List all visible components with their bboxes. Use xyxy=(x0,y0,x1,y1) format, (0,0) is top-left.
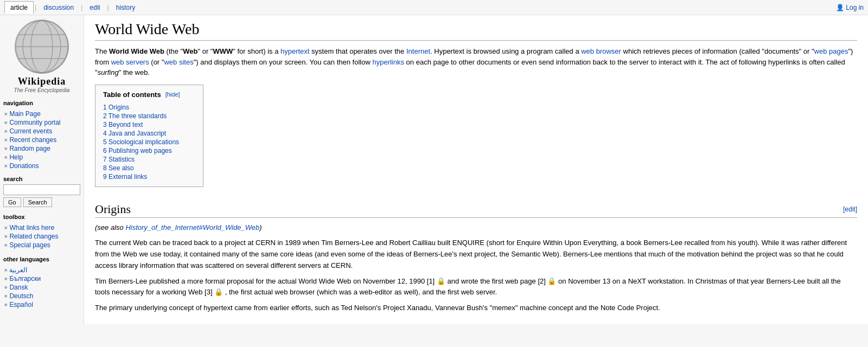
toc-link-5[interactable]: 5 Sociological implications xyxy=(103,138,179,146)
sidebar-link-recent-changes[interactable]: Recent changes xyxy=(9,136,56,144)
tab-bar: article | discussion | edit | history xyxy=(4,1,141,14)
toc-list: 1 Origins 2 The three standards 3 Beyond… xyxy=(103,103,195,181)
tab-edit[interactable]: edit xyxy=(84,1,106,14)
toc-link-6[interactable]: 6 Publishing web pages xyxy=(103,147,172,155)
sidebar-item-community[interactable]: ■ Community portal xyxy=(3,118,80,127)
toc-item-3: 3 Beyond text xyxy=(103,120,195,129)
origins-edit-link[interactable]: [edit] xyxy=(843,205,857,213)
toc-link-4[interactable]: 4 Java and Javascript xyxy=(103,130,166,137)
toc-item-1: 1 Origins xyxy=(103,103,195,112)
sidebar-link-arabic[interactable]: العربية xyxy=(9,266,27,274)
toc-link-1[interactable]: 1 Origins xyxy=(103,104,129,111)
navigation-title: navigation xyxy=(3,99,80,107)
sidebar-item-current-events[interactable]: ■ Current events xyxy=(3,127,80,136)
toc-link-7[interactable]: 7 Statistics xyxy=(103,156,135,163)
sidebar-link-bulgarian[interactable]: Български xyxy=(9,275,41,282)
sidebar-item-recent-changes[interactable]: ■ Recent changes xyxy=(3,136,80,144)
sidebar-link-random-page[interactable]: Random page xyxy=(9,145,50,152)
origins-paragraph-3: The primary underlying concept of hypert… xyxy=(95,303,857,314)
table-of-contents: Table of contents [hide] 1 Origins 2 The… xyxy=(95,85,203,187)
sidebar-link-what-links[interactable]: What links here xyxy=(9,224,54,232)
link-web-servers[interactable]: web servers xyxy=(111,58,149,66)
toolbox-title: toolbox xyxy=(3,213,80,221)
toc-item-6: 6 Publishing web pages xyxy=(103,146,195,155)
sidebar-link-current-events[interactable]: Current events xyxy=(9,127,52,135)
sidebar-item-random-page[interactable]: ■ Random page xyxy=(3,144,80,153)
toc-title: Table of contents xyxy=(103,91,161,99)
other-languages-section: other languages ■ العربية ■ Български ■ … xyxy=(3,255,80,309)
origins-heading: Origins [edit] xyxy=(95,202,857,218)
origins-paragraph-1: The current Web can be traced back to a … xyxy=(95,237,857,271)
search-section: search Go Search xyxy=(3,176,80,207)
link-web-sites[interactable]: web sites xyxy=(164,58,193,66)
sidebar-item-spanish[interactable]: ■ Español xyxy=(3,300,80,309)
sidebar-link-german[interactable]: Deutsch xyxy=(9,292,33,300)
toc-item-4: 4 Java and Javascript xyxy=(103,129,195,138)
toc-link-2[interactable]: 2 The three standards xyxy=(103,112,167,120)
link-hyperlinks[interactable]: hyperlinks xyxy=(372,58,404,66)
sidebar-item-related-changes[interactable]: ■ Related changes xyxy=(3,232,80,241)
sidebar-item-danish[interactable]: ■ Dansk xyxy=(3,283,80,292)
origins-paragraph-2: Tim Berners-Lee published a more formal … xyxy=(95,276,857,299)
sidebar-link-special-pages[interactable]: Special pages xyxy=(9,241,50,249)
article-intro: The World Wide Web (the "Web" or "WWW" f… xyxy=(95,46,857,78)
sidebar-link-related-changes[interactable]: Related changes xyxy=(9,233,58,240)
link-internet[interactable]: Internet xyxy=(406,47,430,55)
sidebar-item-help[interactable]: ■ Help xyxy=(3,153,80,162)
toc-item-8: 8 See also xyxy=(103,164,195,172)
toc-link-3[interactable]: 3 Beyond text xyxy=(103,121,143,128)
other-languages-title: other languages xyxy=(3,255,80,264)
link-web-pages[interactable]: web pages xyxy=(814,47,848,55)
toc-item-9: 9 External links xyxy=(103,172,195,181)
search-button[interactable]: Search xyxy=(23,197,52,207)
toc-item-5: 5 Sociological implications xyxy=(103,138,195,146)
sidebar-link-danish[interactable]: Dansk xyxy=(9,284,28,291)
navigation-section: navigation ■ Main Page ■ Community porta… xyxy=(3,99,80,170)
toc-hide-button[interactable]: [hide] xyxy=(165,91,180,98)
toc-link-8[interactable]: 8 See also xyxy=(103,164,134,172)
wiki-logo-sub: The Free Encyclopedia xyxy=(14,87,70,93)
sidebar-item-main-page[interactable]: ■ Main Page xyxy=(3,110,80,118)
sidebar-link-main-page[interactable]: Main Page xyxy=(9,110,40,118)
search-input[interactable] xyxy=(3,184,80,195)
page-title: World Wide Web xyxy=(95,21,857,41)
sidebar-item-donations[interactable]: ■ Donations xyxy=(3,162,80,170)
login-button[interactable]: 👤 Log in xyxy=(836,4,864,11)
sidebar-link-spanish[interactable]: Español xyxy=(9,301,33,309)
tab-history[interactable]: history xyxy=(110,1,141,14)
sidebar-link-help[interactable]: Help xyxy=(9,153,23,161)
origins-see-also: (see also History_of_the_Internet#World_… xyxy=(95,222,857,234)
search-label: search xyxy=(3,176,80,182)
toolbox-section: toolbox ■ What links here ■ Related chan… xyxy=(3,213,80,249)
link-hypertext[interactable]: hypertext xyxy=(280,47,309,55)
go-button[interactable]: Go xyxy=(3,197,21,207)
logo: Wikipedia The Free Encyclopedia xyxy=(3,20,80,93)
tab-article[interactable]: article xyxy=(4,1,34,14)
sidebar-item-arabic[interactable]: ■ العربية xyxy=(3,266,80,274)
toc-item-2: 2 The three standards xyxy=(103,112,195,120)
tab-discussion[interactable]: discussion xyxy=(37,1,80,14)
sidebar-item-german[interactable]: ■ Deutsch xyxy=(3,292,80,300)
sidebar-link-community[interactable]: Community portal xyxy=(9,119,60,126)
wiki-logo-text: Wikipedia xyxy=(18,76,66,87)
toc-link-9[interactable]: 9 External links xyxy=(103,173,147,181)
sidebar-item-bulgarian[interactable]: ■ Български xyxy=(3,274,80,283)
see-also-link[interactable]: History_of_the_Internet#World_Wide_Web xyxy=(125,223,259,232)
toc-item-7: 7 Statistics xyxy=(103,155,195,164)
sidebar-item-what-links[interactable]: ■ What links here xyxy=(3,223,80,232)
sidebar-item-special-pages[interactable]: ■ Special pages xyxy=(3,241,80,249)
logo-globe xyxy=(15,20,69,74)
sidebar-link-donations[interactable]: Donations xyxy=(9,162,39,170)
link-web-browser[interactable]: web browser xyxy=(581,47,621,55)
